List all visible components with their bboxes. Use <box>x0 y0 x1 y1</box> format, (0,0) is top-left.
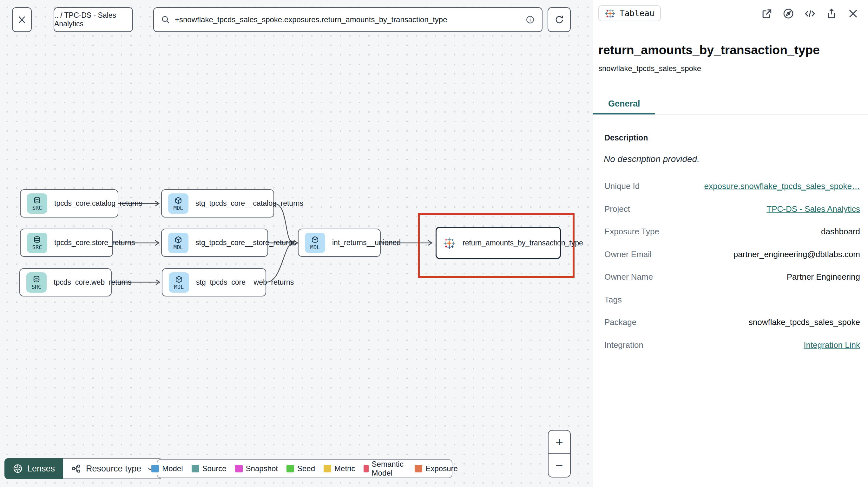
owner-email-value: partner_engineering@dbtlabs.com <box>734 250 860 259</box>
tab-divider <box>593 115 868 115</box>
panel-header-divider <box>593 39 868 39</box>
graph-node-stg-catalog-returns[interactable]: MDL stg_tpcds_core__catalog_returns <box>161 189 274 218</box>
unique-id-link[interactable]: exposure.snowflake_tpcds_sales_spoke… <box>704 181 860 191</box>
detail-row-tags: Tags <box>604 289 860 311</box>
detail-row-owner-name: Owner Name Partner Engineering <box>604 266 860 289</box>
badge-label: SRC <box>32 245 42 250</box>
cube-icon <box>175 275 183 284</box>
graph-node-stg-web-returns[interactable]: MDL stg_tpcds_core__web_returns <box>162 268 266 296</box>
badge-label: SRC <box>32 284 41 290</box>
share-icon[interactable] <box>826 8 838 20</box>
breadcrumb[interactable]: .. / TPC-DS - Sales Analytics <box>54 7 133 32</box>
detail-row-exposure-type: Exposure Type dashboard <box>604 220 860 243</box>
semantic-model-color-swatch <box>364 465 368 473</box>
lens-control-group: Lenses Resource type <box>4 458 163 479</box>
open-external-link-icon[interactable] <box>761 8 773 20</box>
integration-badge-label: Tableau <box>620 8 654 18</box>
graph-node-stg-store-returns[interactable]: MDL stg_tpcds_core__store_returns <box>161 229 268 257</box>
zoom-in-button[interactable]: + <box>549 430 570 454</box>
detail-row-integration: Integration Integration Link <box>604 334 860 357</box>
detail-row-package: Package snowflake_tpcds_sales_spoke <box>604 311 860 334</box>
model-resource-badge: MDL <box>169 272 189 293</box>
close-panel-icon[interactable] <box>847 8 859 20</box>
resource-graph-icon <box>71 464 81 474</box>
node-label: stg_tpcds_core__store_returns <box>195 238 296 247</box>
lens-aperture-icon <box>13 463 23 474</box>
badge-label: SRC <box>32 205 42 211</box>
close-lineage-button[interactable] <box>12 7 32 32</box>
integration-link[interactable]: Integration Link <box>804 340 860 350</box>
explore-compass-icon[interactable] <box>782 8 795 20</box>
details-panel: Tableau return_amounts_by_transaction_ty… <box>593 0 868 487</box>
exposure-type-value: dashboard <box>821 227 860 236</box>
search-input[interactable] <box>175 15 521 24</box>
panel-subtitle: snowflake_tpcds_sales_spoke <box>598 64 701 73</box>
tableau-logo-icon <box>443 236 456 249</box>
node-label: stg_tpcds_core__catalog_returns <box>195 199 303 208</box>
model-color-swatch <box>151 465 159 473</box>
tab-general[interactable]: General <box>608 99 640 109</box>
detail-rows: Unique Id exposure.snowflake_tpcds_sales… <box>604 175 860 356</box>
breadcrumb-label: .. / TPC-DS - Sales Analytics <box>54 11 132 28</box>
description-label: Description <box>604 133 648 142</box>
detail-row-unique-id: Unique Id exposure.snowflake_tpcds_sales… <box>604 175 860 198</box>
refresh-lineage-button[interactable] <box>548 7 571 32</box>
graph-node-source-web-returns[interactable]: SRC tpcds_core.web_returns <box>19 268 112 296</box>
close-icon <box>17 15 27 24</box>
zoom-control: + − <box>548 430 571 478</box>
legend-item-model: Model <box>151 464 183 473</box>
node-label: tpcds_core.catalog_returns <box>54 199 142 208</box>
badge-label: MDL <box>174 284 184 290</box>
lenses-button[interactable]: Lenses <box>4 458 63 479</box>
seed-color-swatch <box>286 465 294 473</box>
resource-type-dropdown[interactable]: Resource type <box>63 458 163 479</box>
database-icon <box>33 235 41 245</box>
detail-row-project: Project TPC-DS - Sales Analytics <box>604 198 860 221</box>
lineage-search-field[interactable] <box>153 7 542 32</box>
cube-icon <box>174 196 183 205</box>
source-resource-badge: SRC <box>27 193 47 214</box>
snapshot-color-swatch <box>235 465 243 473</box>
graph-node-int-returns-unioned[interactable]: MDL int_returns__unioned <box>298 229 381 257</box>
graph-node-exposure-return-amounts[interactable]: return_amounts_by_transaction_type <box>436 227 561 259</box>
resource-type-legend: Model Source Snapshot Seed Metric Semant… <box>157 459 453 478</box>
database-icon <box>32 275 41 284</box>
node-label: return_amounts_by_transaction_type <box>463 239 583 247</box>
dbt-explorer-lineage-app: SRC tpcds_core.catalog_returns SRC tpcds… <box>0 0 868 487</box>
resource-type-label: Resource type <box>86 464 141 474</box>
legend-item-exposure: Exposure <box>415 464 458 473</box>
badge-label: MDL <box>174 205 183 211</box>
legend-item-source: Source <box>192 464 226 473</box>
model-resource-badge: MDL <box>168 233 188 253</box>
project-link[interactable]: TPC-DS - Sales Analytics <box>767 204 860 214</box>
refresh-icon <box>554 14 564 25</box>
panel-action-icons <box>761 8 859 20</box>
node-label: int_returns__unioned <box>332 238 401 247</box>
search-icon <box>161 15 170 24</box>
info-icon[interactable] <box>525 15 535 24</box>
tableau-logo-icon <box>605 8 616 19</box>
source-resource-badge: SRC <box>27 233 47 253</box>
lineage-canvas[interactable]: SRC tpcds_core.catalog_returns SRC tpcds… <box>0 0 593 487</box>
cube-icon <box>174 235 183 245</box>
zoom-out-button[interactable]: − <box>549 454 570 477</box>
description-value: No description provided. <box>604 154 700 164</box>
legend-item-metric: Metric <box>323 464 355 473</box>
package-value: snowflake_tpcds_sales_spoke <box>749 317 860 327</box>
graph-node-source-store-returns[interactable]: SRC tpcds_core.store_returns <box>20 229 113 257</box>
badge-label: MDL <box>174 245 183 250</box>
code-icon[interactable] <box>804 8 816 20</box>
graph-node-source-catalog-returns[interactable]: SRC tpcds_core.catalog_returns <box>20 189 118 218</box>
model-resource-badge: MDL <box>305 233 325 253</box>
badge-label: MDL <box>310 245 320 250</box>
detail-row-owner-email: Owner Email partner_engineering@dbtlabs.… <box>604 243 860 266</box>
integration-badge: Tableau <box>598 5 661 21</box>
node-label: tpcds_core.store_returns <box>54 238 135 247</box>
legend-item-semantic-model: Semantic Model <box>364 460 406 478</box>
owner-name-value: Partner Engineering <box>787 272 860 282</box>
source-resource-badge: SRC <box>26 272 46 293</box>
exposure-color-swatch <box>415 465 422 473</box>
source-color-swatch <box>192 465 199 473</box>
node-label: tpcds_core.web_returns <box>54 278 131 287</box>
node-label: stg_tpcds_core__web_returns <box>196 278 294 287</box>
